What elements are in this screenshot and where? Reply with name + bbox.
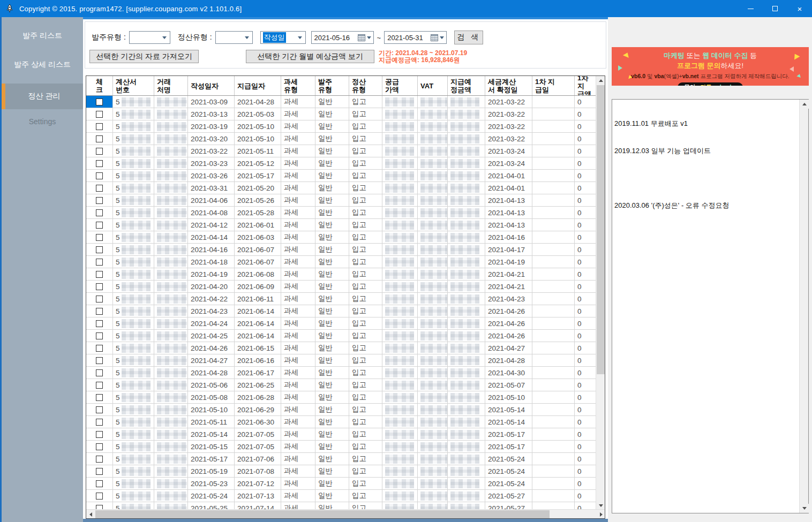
table-row[interactable]: 5 2021-04-27 2021-06-16 과세 일반 입고 2021-04… xyxy=(86,354,597,367)
search-button[interactable]: 검 색 xyxy=(454,31,483,44)
row-checkbox[interactable] xyxy=(96,271,103,278)
horizontal-scrollbar[interactable] xyxy=(86,509,605,518)
scroll-down-arrow-icon[interactable] xyxy=(800,504,809,513)
row-checkbox[interactable] xyxy=(96,135,103,142)
row-checkbox[interactable] xyxy=(96,259,103,266)
row-select-cell[interactable] xyxy=(86,170,113,182)
row-checkbox[interactable] xyxy=(96,320,103,327)
column-header-created-date[interactable]: 작성일자 xyxy=(188,76,235,95)
vertical-scrollbar[interactable] xyxy=(596,76,605,510)
order-type-select[interactable] xyxy=(129,31,170,44)
row-select-cell[interactable] xyxy=(86,478,113,490)
scroll-right-arrow-icon[interactable] xyxy=(597,510,605,519)
column-header-vendor[interactable]: 거래 처명 xyxy=(154,76,188,95)
row-checkbox[interactable] xyxy=(96,369,103,376)
row-select-cell[interactable] xyxy=(86,317,113,330)
date-from-picker[interactable]: 2021-05-16 xyxy=(311,31,374,44)
row-checkbox[interactable] xyxy=(96,185,103,192)
table-row[interactable]: 5 2021-03-13 2021-05-03 과세 일반 입고 2021-03… xyxy=(86,108,597,120)
row-checkbox[interactable] xyxy=(96,308,103,315)
sidebar-item-order-detail-list[interactable]: 발주 상세 리스트 xyxy=(2,52,83,77)
row-select-cell[interactable] xyxy=(86,330,113,342)
table-row[interactable]: 5 2021-05-19 2021-07-08 과세 일반 입고 2021-05… xyxy=(86,465,597,478)
row-select-cell[interactable] xyxy=(86,96,113,108)
row-checkbox[interactable] xyxy=(96,123,103,130)
row-checkbox[interactable] xyxy=(96,493,103,500)
close-button[interactable]: × xyxy=(787,0,812,17)
row-select-cell[interactable] xyxy=(86,120,113,133)
table-row[interactable]: 5 2021-04-20 2021-06-09 과세 일반 입고 2021-04… xyxy=(86,281,597,293)
table-row[interactable]: 5 2021-04-24 2021-06-14 과세 일반 입고 2021-04… xyxy=(86,317,597,330)
date-to-picker[interactable]: 2021-05-31 xyxy=(384,31,447,44)
row-select-cell[interactable] xyxy=(86,416,113,428)
row-select-cell[interactable] xyxy=(86,428,113,441)
row-select-cell[interactable] xyxy=(86,244,113,256)
sidebar-item-settings[interactable]: Settings xyxy=(2,109,83,134)
column-header-tax-invoice-confirm[interactable]: 세금계산 서 확정일 xyxy=(485,76,532,95)
table-row[interactable]: 5 2021-04-23 2021-06-14 과세 일반 입고 2021-04… xyxy=(86,305,597,317)
table-row[interactable]: 5 2021-04-25 2021-06-14 과세 일반 입고 2021-04… xyxy=(86,330,597,342)
row-select-cell[interactable] xyxy=(86,354,113,367)
calendar-icon[interactable] xyxy=(431,34,446,41)
row-checkbox[interactable] xyxy=(96,480,103,487)
row-select-cell[interactable] xyxy=(86,268,113,281)
row-checkbox[interactable] xyxy=(96,222,103,229)
row-checkbox[interactable] xyxy=(96,283,103,290)
monthly-estimate-button[interactable]: 선택한 기간 월별 예상금액 보기 xyxy=(246,50,374,63)
table-row[interactable]: 5 2021-04-19 2021-06-08 과세 일반 입고 2021-04… xyxy=(86,268,597,281)
table-row[interactable]: 5 2021-05-06 2021-06-25 과세 일반 입고 2021-05… xyxy=(86,379,597,391)
table-row[interactable]: 5 2021-05-11 2021-06-30 과세 일반 입고 2021-05… xyxy=(86,416,597,428)
vertical-scroll-thumb[interactable] xyxy=(597,85,605,374)
horizontal-scroll-thumb[interactable] xyxy=(95,510,550,518)
row-checkbox[interactable] xyxy=(96,148,103,155)
table-row[interactable]: 5 2021-04-16 2021-06-07 과세 일반 입고 2021-04… xyxy=(86,244,597,256)
column-header-order-type[interactable]: 발주 유형 xyxy=(315,76,349,95)
sidebar-item-settlement-management[interactable]: 정산 관리 xyxy=(2,84,83,109)
row-select-cell[interactable] xyxy=(86,465,113,478)
row-select-cell[interactable] xyxy=(86,231,113,244)
column-header-check[interactable]: 체 크 xyxy=(86,76,113,95)
changelog-scrollbar[interactable] xyxy=(799,100,808,513)
column-header-expected-amount[interactable]: 지급예 정금액 xyxy=(448,76,485,95)
row-select-cell[interactable] xyxy=(86,256,113,268)
row-select-cell[interactable] xyxy=(86,207,113,219)
column-header-supply-amount[interactable]: 공급 가액 xyxy=(382,76,418,95)
settle-type-select[interactable] xyxy=(215,31,253,44)
row-checkbox[interactable] xyxy=(96,160,103,167)
row-select-cell[interactable] xyxy=(86,453,113,465)
row-checkbox[interactable] xyxy=(96,357,103,364)
row-checkbox[interactable] xyxy=(96,443,103,450)
table-row[interactable]: 5 2021-03-31 2021-05-20 과세 일반 입고 2021-04… xyxy=(86,182,597,194)
scroll-up-arrow-icon[interactable] xyxy=(800,100,809,109)
column-header-settle-type[interactable]: 정산 유형 xyxy=(349,76,382,95)
row-checkbox[interactable] xyxy=(96,99,103,105)
table-row[interactable]: 5 2021-05-17 2021-07-06 과세 일반 입고 2021-05… xyxy=(86,453,597,465)
row-checkbox[interactable] xyxy=(96,332,103,339)
row-select-cell[interactable] xyxy=(86,391,113,404)
row-select-cell[interactable] xyxy=(86,182,113,194)
row-checkbox[interactable] xyxy=(96,419,103,426)
row-checkbox[interactable] xyxy=(96,172,103,179)
table-row[interactable]: 5 2021-04-26 2021-06-15 과세 일반 입고 2021-04… xyxy=(86,342,597,354)
table-row[interactable]: 5 2021-03-19 2021-05-10 과세 일반 입고 2021-03… xyxy=(86,120,597,133)
column-header-first-pay-date[interactable]: 1차 지 급일 xyxy=(532,76,575,95)
row-checkbox[interactable] xyxy=(96,431,103,438)
row-select-cell[interactable] xyxy=(86,281,113,293)
row-checkbox[interactable] xyxy=(96,382,103,389)
row-checkbox[interactable] xyxy=(96,246,103,253)
ad-banner[interactable]: 마케팅 또는 웹 데이터 수집 등 프로그램 문의하세요! vb6.0 및 vb… xyxy=(612,47,809,86)
maximize-button[interactable] xyxy=(763,0,787,17)
table-row[interactable]: 5 2021-03-26 2021-05-17 과세 일반 입고 2021-04… xyxy=(86,170,597,182)
row-select-cell[interactable] xyxy=(86,342,113,354)
row-checkbox[interactable] xyxy=(96,394,103,401)
row-select-cell[interactable] xyxy=(86,293,113,305)
changelog-box[interactable]: 2019.11.01 무료배포 v1 2019.12.03 일부 기능 업데이트… xyxy=(612,99,809,513)
sidebar-item-order-list[interactable]: 발주 리스트 xyxy=(2,24,83,48)
row-select-cell[interactable] xyxy=(86,367,113,379)
table-row[interactable]: 5 2021-04-28 2021-06-17 과세 일반 입고 2021-04… xyxy=(86,367,597,379)
row-checkbox[interactable] xyxy=(96,209,103,216)
table-row[interactable]: 5 2021-03-09 2021-04-28 과세 일반 입고 2021-03… xyxy=(86,96,597,108)
table-row[interactable]: 5 2021-05-10 2021-06-29 과세 일반 입고 2021-05… xyxy=(86,404,597,416)
banner-contact-pill[interactable]: 문의 - 카톡 : vbnvba xyxy=(678,82,742,86)
table-row[interactable]: 5 2021-05-15 2021-07-05 과세 일반 입고 2021-05… xyxy=(86,441,597,453)
